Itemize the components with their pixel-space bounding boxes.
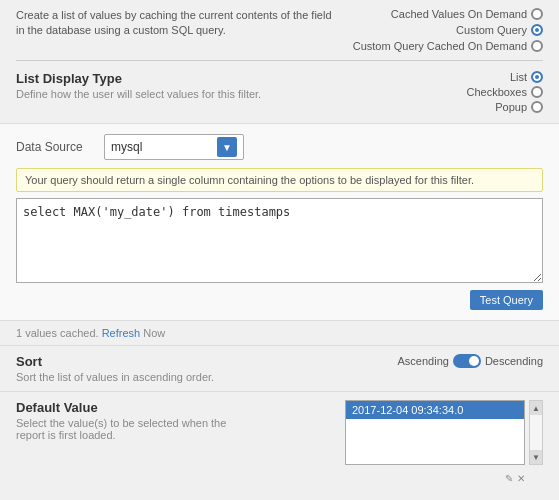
default-value-right: 2017-12-04 09:34:34.0 ▲ ▼ bbox=[345, 400, 543, 465]
option-label-custom-query: Custom Query bbox=[456, 24, 527, 36]
data-source-label: Data Source bbox=[16, 140, 96, 154]
query-hint: Your query should return a single column… bbox=[16, 168, 543, 192]
option-label-custom-query-cached: Custom Query Cached On Demand bbox=[353, 40, 527, 52]
option-list[interactable]: List bbox=[510, 71, 543, 83]
descending-label: Descending bbox=[485, 355, 543, 367]
scrollbar-track bbox=[530, 415, 542, 450]
option-label-popup: Popup bbox=[495, 101, 527, 113]
list-display-type-title: List Display Type bbox=[16, 71, 261, 86]
radio-checkboxes[interactable] bbox=[531, 86, 543, 98]
radio-popup[interactable] bbox=[531, 101, 543, 113]
list-display-type-section: List Display Type Define how the user wi… bbox=[0, 61, 559, 123]
option-label-checkboxes: Checkboxes bbox=[466, 86, 527, 98]
ascending-label: Ascending bbox=[398, 355, 449, 367]
sort-section: Sort Sort the list of values in ascendin… bbox=[0, 345, 559, 391]
edit-icons: ✎ ✕ bbox=[505, 473, 525, 484]
edit-icon[interactable]: ✎ bbox=[505, 473, 513, 484]
top-section: Create a list of values by caching the c… bbox=[0, 0, 559, 60]
data-source-select[interactable]: mysql ▼ bbox=[104, 134, 244, 160]
list-item[interactable]: 2017-12-04 09:34:34.0 bbox=[346, 401, 524, 419]
sort-left: Sort Sort the list of values in ascendin… bbox=[16, 354, 214, 383]
sort-title: Sort bbox=[16, 354, 214, 369]
refresh-row: 1 values cached. Refresh Now bbox=[0, 321, 559, 345]
default-value-left: Default Value Select the value(s) to be … bbox=[16, 400, 256, 441]
default-value-desc: Select the value(s) to be selected when … bbox=[16, 417, 256, 441]
scrollbar: ▲ ▼ bbox=[529, 400, 543, 465]
radio-custom-query[interactable] bbox=[531, 24, 543, 36]
list-display-type-header: List Display Type Define how the user wi… bbox=[16, 71, 543, 113]
cache-text: 1 values cached. bbox=[16, 327, 99, 339]
data-source-section: Data Source mysql ▼ Your query should re… bbox=[0, 123, 559, 321]
radio-custom-query-cached[interactable] bbox=[531, 40, 543, 52]
default-value-title: Default Value bbox=[16, 400, 256, 415]
query-textarea[interactable] bbox=[16, 198, 543, 283]
value-listbox[interactable]: 2017-12-04 09:34:34.0 bbox=[345, 400, 525, 465]
sort-controls: Ascending Descending bbox=[398, 354, 543, 368]
test-query-row: Test Query bbox=[16, 290, 543, 310]
now-text: Now bbox=[143, 327, 165, 339]
toggle-knob bbox=[469, 356, 479, 366]
option-popup[interactable]: Popup bbox=[495, 101, 543, 113]
option-cached-on-demand[interactable]: Cached Values On Demand bbox=[391, 8, 543, 20]
radio-cached-on-demand[interactable] bbox=[531, 8, 543, 20]
refresh-link[interactable]: Refresh bbox=[102, 327, 141, 339]
data-source-row: Data Source mysql ▼ bbox=[16, 134, 543, 160]
radio-list[interactable] bbox=[531, 71, 543, 83]
list-display-options: List Checkboxes Popup bbox=[466, 71, 543, 113]
dropdown-arrow-icon[interactable]: ▼ bbox=[217, 137, 237, 157]
list-display-type-left: List Display Type Define how the user wi… bbox=[16, 71, 261, 100]
delete-icon[interactable]: ✕ bbox=[517, 473, 525, 484]
default-value-header: Default Value Select the value(s) to be … bbox=[16, 400, 543, 465]
option-label-cached-on-demand: Cached Values On Demand bbox=[391, 8, 527, 20]
top-options: Cached Values On Demand Custom Query Cus… bbox=[353, 8, 543, 52]
option-custom-query[interactable]: Custom Query bbox=[456, 24, 543, 36]
scroll-up-btn[interactable]: ▲ bbox=[530, 401, 542, 415]
top-description: Create a list of values by caching the c… bbox=[16, 8, 336, 39]
default-value-section: Default Value Select the value(s) to be … bbox=[0, 391, 559, 492]
scroll-down-btn[interactable]: ▼ bbox=[530, 450, 542, 464]
option-checkboxes[interactable]: Checkboxes bbox=[466, 86, 543, 98]
sort-desc: Sort the list of values in ascending ord… bbox=[16, 371, 214, 383]
sort-toggle[interactable] bbox=[453, 354, 481, 368]
test-query-button[interactable]: Test Query bbox=[470, 290, 543, 310]
data-source-selected-value: mysql bbox=[111, 140, 142, 154]
option-custom-query-cached[interactable]: Custom Query Cached On Demand bbox=[353, 40, 543, 52]
option-label-list: List bbox=[510, 71, 527, 83]
list-display-type-desc: Define how the user will select values f… bbox=[16, 88, 261, 100]
